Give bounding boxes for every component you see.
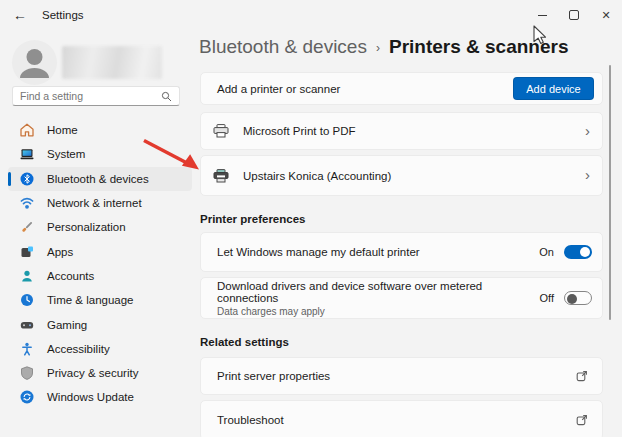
sidebar-item-label: Time & language — [47, 294, 134, 306]
sidebar-item-label: Network & internet — [47, 197, 142, 209]
sidebar-item-personalization[interactable]: Personalization — [8, 215, 192, 239]
toggle-state-label: Off — [540, 292, 554, 304]
accounts-icon — [20, 269, 34, 283]
sidebar-item-label: Personalization — [47, 221, 126, 233]
close-icon: ✕ — [601, 10, 610, 21]
add-printer-row: Add a printer or scanner Add device — [200, 72, 603, 105]
back-button[interactable]: ← — [6, 4, 34, 26]
metered-connections-toggle[interactable] — [564, 291, 592, 305]
sidebar-item-label: Bluetooth & devices — [47, 173, 149, 185]
printer-icon — [213, 124, 229, 138]
chevron-right-icon: › — [585, 123, 590, 140]
printer-icon — [213, 169, 229, 183]
page-title: Printers & scanners — [389, 36, 569, 58]
bluetooth-icon — [20, 172, 34, 186]
network-icon — [20, 196, 34, 210]
sidebar-item-bluetooth-devices[interactable]: Bluetooth & devices — [8, 167, 192, 191]
breadcrumb-parent[interactable]: Bluetooth & devices — [199, 36, 367, 58]
printer-row-microsoft-print-to-pdf[interactable]: Microsoft Print to PDF › — [200, 112, 603, 150]
link-row-troubleshoot[interactable]: Troubleshoot — [200, 400, 603, 437]
sidebar-item-label: Windows Update — [47, 391, 134, 403]
chevron-right-icon: › — [585, 167, 590, 184]
link-row-print-server-properties[interactable]: Print server properties — [200, 357, 603, 395]
windows-update-icon — [20, 390, 34, 404]
app-title: Settings — [42, 9, 84, 21]
maximize-button[interactable] — [558, 0, 590, 30]
default-printer-toggle[interactable] — [564, 245, 592, 259]
sidebar-item-accessibility[interactable]: Accessibility — [8, 337, 192, 361]
setting-row-metered-connections: Download drivers and device software ove… — [200, 277, 603, 319]
accessibility-icon — [20, 342, 34, 356]
system-icon — [20, 147, 34, 161]
person-icon — [12, 40, 57, 85]
minimize-button[interactable] — [526, 0, 558, 30]
setting-row-default-printer: Let Windows manage my default printer On — [200, 232, 603, 272]
minimize-icon — [538, 15, 547, 16]
printer-row-upstairs-konica[interactable]: Upstairs Konica (Accounting) › — [200, 155, 603, 196]
section-header-printer-preferences: Printer preferences — [200, 213, 305, 225]
add-printer-label: Add a printer or scanner — [217, 83, 513, 95]
sidebar-item-privacy-security[interactable]: Privacy & security — [8, 361, 192, 385]
user-avatar[interactable] — [12, 40, 57, 85]
titlebar: ← Settings ✕ — [0, 0, 622, 30]
setting-title: Let Windows manage my default printer — [217, 246, 539, 258]
link-label: Print server properties — [217, 370, 576, 382]
sidebar-item-label: Apps — [47, 246, 73, 258]
toggle-state-label: On — [539, 246, 554, 258]
time-language-icon — [20, 293, 34, 307]
gaming-icon — [20, 318, 34, 332]
setting-title: Download drivers and device software ove… — [217, 280, 540, 304]
back-arrow-icon: ← — [13, 7, 27, 23]
setting-subtitle: Data charges may apply — [217, 306, 540, 317]
search-box[interactable] — [12, 86, 180, 106]
link-label: Troubleshoot — [217, 414, 576, 426]
toggle-knob — [580, 247, 590, 257]
close-button[interactable]: ✕ — [590, 0, 622, 30]
sidebar-item-network-internet[interactable]: Network & internet — [8, 191, 192, 215]
search-icon — [161, 91, 172, 102]
user-name-redacted — [62, 46, 162, 79]
privacy-security-icon — [20, 366, 34, 380]
scrollbar-thumb[interactable] — [609, 65, 611, 320]
sidebar-item-windows-update[interactable]: Windows Update — [8, 385, 192, 409]
apps-icon — [20, 245, 34, 259]
sidebar-item-accounts[interactable]: Accounts — [8, 264, 192, 288]
sidebar-item-label: Privacy & security — [47, 367, 138, 379]
search-input[interactable] — [20, 90, 161, 102]
external-link-icon — [576, 414, 588, 426]
external-link-icon — [576, 370, 588, 382]
sidebar-item-apps[interactable]: Apps — [8, 239, 192, 263]
sidebar-item-label: Home — [47, 124, 78, 136]
breadcrumb: Bluetooth & devices › Printers & scanner… — [199, 36, 568, 58]
personalization-icon — [20, 220, 34, 234]
maximize-icon — [569, 10, 579, 20]
sidebar-item-system[interactable]: System — [8, 142, 192, 166]
sidebar-item-label: System — [47, 148, 85, 160]
home-icon — [20, 123, 34, 137]
sidebar-nav: Home System Bluetooth & devices Network … — [8, 118, 192, 410]
add-device-button[interactable]: Add device — [513, 77, 594, 100]
sidebar-item-time-language[interactable]: Time & language — [8, 288, 192, 312]
sidebar-item-label: Accounts — [47, 270, 94, 282]
sidebar-item-label: Gaming — [47, 319, 87, 331]
section-header-related-settings: Related settings — [200, 336, 289, 348]
printer-name: Microsoft Print to PDF — [243, 125, 585, 137]
toggle-knob — [567, 294, 577, 304]
sidebar-item-label: Accessibility — [47, 343, 110, 355]
breadcrumb-separator-icon: › — [376, 39, 380, 55]
sidebar-item-gaming[interactable]: Gaming — [8, 312, 192, 336]
printer-name: Upstairs Konica (Accounting) — [243, 170, 585, 182]
sidebar-item-home[interactable]: Home — [8, 118, 192, 142]
